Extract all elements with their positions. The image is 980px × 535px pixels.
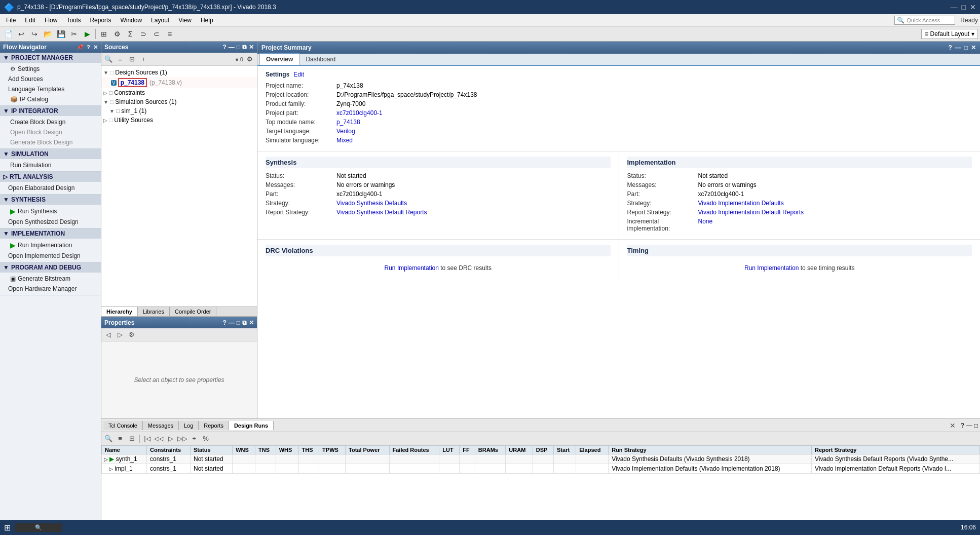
sources-close-icon[interactable]: ✕ [249, 44, 254, 51]
tab-libraries[interactable]: Libraries [138, 307, 170, 316]
bottom-panel-close-btn[interactable]: ✕ [947, 421, 959, 431]
dr-first-btn[interactable]: |◁ [142, 434, 153, 444]
bottom-maximize-icon[interactable]: □ [974, 422, 978, 429]
settings-edit-link[interactable]: Edit [293, 71, 304, 78]
tree-file-p74138[interactable]: V p_74138 (p_74138.v) [101, 77, 257, 88]
dr-collapse-btn[interactable]: ≡ [115, 434, 125, 444]
section-header-simulation[interactable]: ▼ SIMULATION [0, 149, 101, 159]
menu-tools[interactable]: Tools [62, 16, 85, 25]
quick-access-search[interactable]: 🔍 Quick Access [894, 16, 955, 25]
settings-btn[interactable]: ⚙ [111, 28, 123, 40]
section-header-project-manager[interactable]: ▼ PROJECT MANAGER [0, 53, 101, 63]
sources-add-btn[interactable]: + [138, 54, 148, 64]
field-value-target-language[interactable]: Verilog [336, 128, 355, 135]
synth-expand-icon[interactable]: ▷ [104, 456, 108, 462]
constraints-btn[interactable]: ⊞ [98, 28, 110, 40]
field-value-project-part[interactable]: xc7z010clg400-1 [336, 109, 383, 117]
th-failed-routes[interactable]: Failed Routes [389, 446, 439, 454]
section-header-synthesis[interactable]: ▼ SYNTHESIS [0, 195, 101, 205]
run-btn[interactable]: ▶ [81, 28, 93, 40]
flow-item-run-synthesis[interactable]: ▶ Run Synthesis [0, 206, 101, 217]
th-whs[interactable]: WHS [276, 446, 298, 454]
th-total-power[interactable]: Total Power [346, 446, 389, 454]
impl-btn[interactable]: ⊃ [137, 28, 149, 40]
flow-item-open-hw-manager[interactable]: Open Hardware Manager [0, 284, 101, 294]
tree-simulation-sources[interactable]: ▼ □ Simulation Sources (1) [101, 97, 257, 106]
th-name[interactable]: Name [102, 446, 147, 454]
th-lut[interactable]: LUT [439, 446, 460, 454]
props-settings-btn[interactable]: ⚙ [127, 330, 137, 340]
th-status[interactable]: Status [191, 446, 233, 454]
dr-add-btn[interactable]: + [189, 434, 199, 444]
th-start[interactable]: Start [554, 446, 576, 454]
menu-reports[interactable]: Reports [86, 16, 115, 25]
tab-tcl-console[interactable]: Tcl Console [103, 421, 143, 430]
menu-help[interactable]: Help [197, 16, 217, 25]
ps-minimize-icon[interactable]: — [955, 44, 961, 51]
sources-restore-icon[interactable]: ⧉ [242, 44, 247, 51]
flow-item-generate-bitstream[interactable]: ▣ Generate Bitstream [0, 274, 101, 284]
flow-item-ip-catalog[interactable]: 📦 IP Catalog [0, 94, 101, 104]
dr-search-btn[interactable]: 🔍 [103, 434, 114, 444]
th-wns[interactable]: WNS [233, 446, 255, 454]
th-dsp[interactable]: DSP [533, 446, 553, 454]
search-taskbar[interactable]: 🔍 [15, 523, 62, 532]
flow-item-settings[interactable]: ⚙ Settings [0, 64, 101, 74]
flow-item-open-synthesized[interactable]: Open Synthesized Design [0, 217, 101, 227]
sources-collapse-all-btn[interactable]: ≡ [115, 54, 125, 64]
tab-reports[interactable]: Reports [199, 421, 229, 430]
impl-expand-icon[interactable]: ▷ [109, 466, 113, 472]
synth-strategy-value[interactable]: Vivado Synthesis Defaults [336, 200, 407, 207]
impl-incremental-value[interactable]: None [698, 218, 713, 225]
props-restore-icon[interactable]: ⧉ [242, 319, 247, 326]
flow-item-open-elaborated[interactable]: Open Elaborated Design [0, 183, 101, 193]
flow-nav-question-icon[interactable]: ? [87, 44, 90, 51]
dr-prev-btn[interactable]: ◁◁ [154, 434, 164, 444]
th-ff[interactable]: FF [460, 446, 475, 454]
save-btn[interactable]: 💾 [55, 28, 67, 40]
props-maximize-icon[interactable]: □ [237, 319, 240, 326]
sources-maximize-icon[interactable]: □ [237, 44, 240, 51]
close-btn[interactable]: ✕ [970, 3, 976, 11]
cut-btn[interactable]: ✂ [68, 28, 80, 40]
tab-compile-order[interactable]: Compile Order [170, 307, 217, 316]
tab-design-runs[interactable]: Design Runs [229, 421, 274, 430]
bottom-question-icon[interactable]: ? [961, 422, 964, 429]
props-back-btn[interactable]: ◁ [103, 330, 114, 340]
sources-minimize-icon[interactable]: — [229, 44, 235, 51]
section-header-ip-integrator[interactable]: ▼ IP INTEGRATOR [0, 106, 101, 116]
open-btn[interactable]: 📂 [42, 28, 54, 40]
props-forward-btn[interactable]: ▷ [115, 330, 125, 340]
flow-item-open-implemented[interactable]: Open Implemented Design [0, 251, 101, 261]
dr-run-btn[interactable]: ▷ [166, 434, 176, 444]
tree-utility-sources[interactable]: ▷ □ Utility Sources [101, 116, 257, 125]
sum-btn[interactable]: Σ [124, 28, 136, 40]
tree-constraints[interactable]: ▷ □ Constraints [101, 88, 257, 97]
ps-close-icon[interactable]: ✕ [971, 44, 976, 51]
maximize-btn[interactable]: □ [962, 3, 966, 11]
tab-messages[interactable]: Messages [143, 421, 179, 430]
menu-file[interactable]: File [2, 16, 20, 25]
th-ths[interactable]: THS [298, 446, 319, 454]
props-minimize-icon[interactable]: — [229, 319, 235, 326]
section-header-progdebug[interactable]: ▼ PROGRAM AND DEBUG [0, 262, 101, 273]
sources-settings-btn[interactable]: ⚙ [245, 54, 255, 64]
menu-window[interactable]: Window [116, 16, 146, 25]
th-constraints[interactable]: Constraints [147, 446, 191, 454]
impl-strategy-value[interactable]: Vivado Implementation Defaults [698, 200, 784, 207]
tree-design-sources[interactable]: ▼ □ Design Sources (1) [101, 68, 257, 77]
flow-item-add-sources[interactable]: Add Sources [0, 74, 101, 84]
tree-sim1[interactable]: ▼ □ sim_1 (1) [101, 106, 257, 116]
window-controls[interactable]: — □ ✕ [951, 3, 976, 11]
section-header-rtl[interactable]: ▷ RTL ANALYSIS [0, 172, 101, 182]
menu-view[interactable]: View [174, 16, 196, 25]
flow-item-run-implementation[interactable]: ▶ Run Implementation [0, 240, 101, 251]
undo-btn[interactable]: ↩ [15, 28, 27, 40]
dr-expand-btn[interactable]: ⊞ [127, 434, 137, 444]
minimize-btn[interactable]: — [951, 3, 958, 11]
sources-question-icon[interactable]: ? [222, 44, 226, 51]
drc-run-impl-link[interactable]: Run Implementation [385, 264, 439, 272]
ps-question-icon[interactable]: ? [948, 44, 952, 51]
sources-expand-all-btn[interactable]: ⊞ [127, 54, 137, 64]
flow-nav-close-icon[interactable]: ✕ [93, 44, 98, 51]
